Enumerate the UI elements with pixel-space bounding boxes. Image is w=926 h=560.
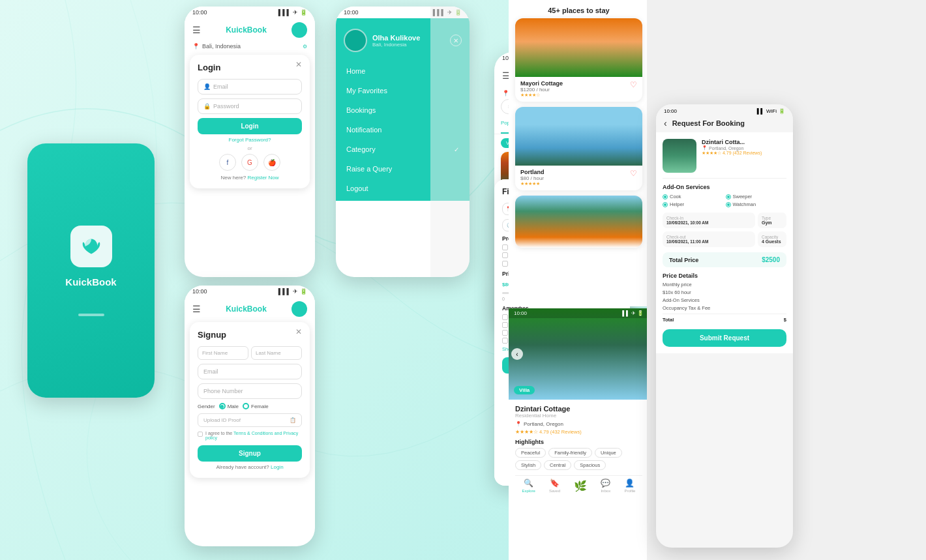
- login-modal: Login ✕ 👤 Email 🔒 Password Login Forgot …: [190, 55, 310, 188]
- phone-splash: KuickBook: [27, 143, 155, 398]
- last-name-field[interactable]: Last Name: [251, 346, 302, 360]
- highlights-label: Highlights: [515, 439, 642, 445]
- booking-back-button[interactable]: ‹: [664, 118, 667, 128]
- detail-rating: ★★★★☆ 4.79 (432 Reviews): [515, 429, 642, 435]
- heart-icon-portland[interactable]: ♡: [630, 169, 637, 178]
- booking-screen-title: Request For Booking: [672, 119, 745, 127]
- list-img-mayori: [515, 18, 642, 77]
- email-field[interactable]: 👤 Email: [198, 79, 302, 95]
- location-icon-booking: 📍: [702, 145, 708, 151]
- inbox-icon-detail: 💬: [601, 479, 610, 488]
- signup-status-bar: 10:00 ▌▌▌ ✈ 🔋: [185, 286, 315, 297]
- login-link-signup[interactable]: Login: [271, 464, 284, 470]
- checkin-label: Check-In: [666, 216, 751, 220]
- hamburger-icon[interactable]: ☰: [192, 25, 201, 35]
- signup-email-field[interactable]: Email: [198, 364, 302, 379]
- location-bar-login: 📍 Bali, Indonesia ⚙: [185, 40, 315, 52]
- heart-icon-mayori[interactable]: ♡: [630, 80, 637, 89]
- addon-watchman-radio[interactable]: [726, 202, 731, 207]
- residential-checkbox[interactable]: [502, 244, 508, 250]
- terms-checkbox-row: I agree to the Terms & Conditions and Pr…: [198, 431, 302, 440]
- highlight-spacious: Spacious: [574, 460, 606, 470]
- forgot-password-link[interactable]: Forgot Password?: [198, 137, 302, 143]
- addon-cook-radio[interactable]: [663, 194, 668, 199]
- phone-field[interactable]: Phone Number: [198, 383, 302, 399]
- hamburger-icon-signup[interactable]: ☰: [192, 304, 201, 314]
- apple-login-button[interactable]: 🍎: [263, 154, 280, 171]
- social-login-row: f G 🍎: [198, 154, 302, 171]
- menu-user-info: Olha Kulikove Bali, Indonesia: [372, 34, 420, 48]
- login-title: Login: [198, 63, 220, 72]
- detail-property-name: Dzintari Cottage: [515, 405, 642, 413]
- addon-sweeper[interactable]: Sweeper: [726, 194, 787, 199]
- lock-icon: 🔒: [203, 103, 211, 110]
- booking-prop-location: 📍 Portland, Oregon: [702, 145, 762, 151]
- terms-checkbox[interactable]: [198, 432, 203, 437]
- total-price-box: Total Price $2500: [663, 252, 786, 267]
- booking-prop-rating: ★★★★☆ 4.79 (432 Reviews): [702, 151, 762, 156]
- login-button[interactable]: Login: [198, 118, 302, 134]
- addon-watchman[interactable]: Watchman: [726, 201, 787, 207]
- menu-bg-blur: [430, 7, 470, 277]
- already-account-text: Already have account? Login: [198, 464, 302, 470]
- submit-request-button[interactable]: Submit Request: [663, 329, 786, 347]
- explore-icon-detail: 🔍: [524, 479, 533, 488]
- addon-sweeper-radio[interactable]: [726, 194, 731, 199]
- list-item-mayori[interactable]: Mayori Cottage $1200 / hour ★★★★☆ ♡: [515, 18, 642, 102]
- detail-img-forest: Villa ‹ 10:00 ▌▌ ✈ 🔋: [509, 308, 649, 400]
- upload-id-field[interactable]: Upload ID Proof 📋: [198, 413, 302, 427]
- addon-cook[interactable]: Cook: [663, 194, 724, 199]
- highlight-family: Family-friendly: [548, 448, 592, 458]
- price-details-label: Price Details: [663, 273, 786, 279]
- menu-avatar: [344, 29, 367, 52]
- male-radio[interactable]: Male: [219, 403, 239, 409]
- detail-status-bar: 10:00 ▌▌ ✈ 🔋: [509, 308, 649, 318]
- login-close-button[interactable]: ✕: [295, 60, 302, 69]
- list-item-bungalow[interactable]: [515, 196, 642, 248]
- capacity-value: 4 Guests: [762, 239, 783, 244]
- detail-nav-saved[interactable]: 🔖 Saved: [549, 479, 560, 493]
- female-radio[interactable]: Female: [243, 403, 269, 409]
- booking-property-header: Dzintari Cotta... 📍 Portland, Oregon ★★★…: [663, 139, 786, 179]
- detail-nav-trip[interactable]: 🌿: [574, 480, 587, 492]
- price-line-hourly: $10x 60 hour: [663, 289, 786, 295]
- villa-checkbox[interactable]: [502, 252, 508, 258]
- detail-nav-profile[interactable]: 👤 Profile: [624, 479, 635, 493]
- email-icon: 👤: [203, 83, 211, 90]
- detail-nav-explore[interactable]: 🔍 Explore: [522, 479, 535, 493]
- detail-prev-arrow[interactable]: ‹: [511, 348, 523, 360]
- brand-name-signup: KuickBook: [226, 304, 267, 314]
- highlight-central: Central: [544, 460, 571, 470]
- highlights-row: Peaceful Family-friendly Unique Stylish …: [515, 448, 642, 470]
- booking-header: ‹ Request For Booking: [656, 115, 793, 132]
- price-line-addon: Add-On Services: [663, 297, 786, 303]
- list-img-bungalow: [515, 196, 642, 248]
- addon-helper[interactable]: Helper: [663, 201, 724, 207]
- highlight-peaceful: Peaceful: [515, 448, 546, 458]
- splash-logo: [70, 226, 112, 267]
- booking-prop-thumbnail: [663, 139, 696, 173]
- profile-icon-detail: 👤: [625, 479, 635, 488]
- avatar-login: [291, 22, 307, 38]
- addon-helper-radio[interactable]: [663, 202, 668, 207]
- facebook-login-button[interactable]: f: [219, 154, 236, 171]
- signup-button[interactable]: Signup: [198, 445, 302, 462]
- monthly-checkbox[interactable]: [502, 261, 508, 267]
- register-link[interactable]: Register Now: [247, 175, 278, 181]
- signup-close-button[interactable]: ✕: [295, 327, 302, 336]
- avatar-signup: [291, 301, 307, 317]
- male-radio-dot: [219, 403, 226, 409]
- addon-services-grid: Cook Sweeper Helper: [663, 194, 786, 207]
- panel-detail: Villa ‹ 10:00 ▌▌ ✈ 🔋 Dzintari Cottage Re…: [509, 308, 649, 560]
- google-login-button[interactable]: G: [241, 154, 258, 171]
- detail-nav-inbox[interactable]: 💬 Inbox: [601, 479, 610, 493]
- location-pin-icon: 📍: [515, 421, 522, 427]
- phone-menu: 10:00 ▌▌▌✈🔋 Olha Kulikove Bali, Indonesi…: [336, 7, 470, 277]
- price-line-tax: Occupancy Tax & Fee: [663, 305, 786, 311]
- list-item-portland[interactable]: Portland $80 / hour ★★★★★ ♡: [515, 107, 642, 190]
- checkin-box: Check-In 10/06/2021, 10:00 AM: [663, 213, 755, 228]
- password-field[interactable]: 🔒 Password: [198, 98, 302, 114]
- first-name-field[interactable]: First Name: [198, 346, 248, 360]
- panel-places-header: 45+ places to stay: [509, 0, 649, 18]
- highlight-stylish: Stylish: [515, 460, 541, 470]
